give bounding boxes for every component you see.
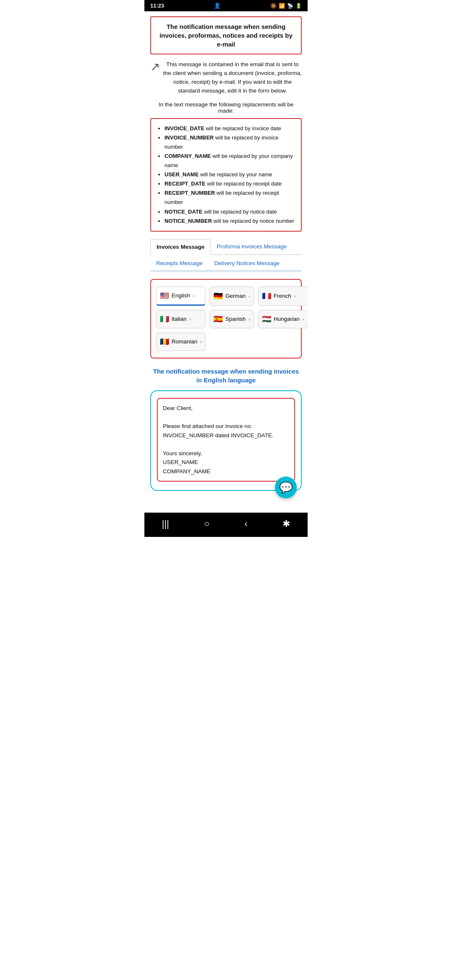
status-avatar-icon: 👤	[214, 3, 221, 9]
status-icons: 🔕 📶 📡 🔋	[270, 3, 302, 9]
lang-label-german: German	[225, 293, 246, 299]
chevron-icon-hungarian: ›	[303, 317, 304, 322]
tab-invoices-message[interactable]: Invoices Message	[150, 239, 211, 255]
language-box: 🇺🇸 English › 🇩🇪 German › 🇫🇷 French › 🇮🇹 …	[150, 279, 302, 358]
chevron-icon-italian: ›	[190, 317, 191, 322]
nav-home-icon[interactable]: ○	[204, 518, 209, 529]
arrow-icon: ↗	[150, 61, 160, 73]
lang-btn-romanian[interactable]: 🇷🇴 Romanian ›	[156, 333, 205, 351]
lang-btn-german[interactable]: 🇩🇪 German ›	[210, 286, 254, 306]
lang-label-italian: Italian	[172, 316, 187, 322]
lang-label-hungarian: Hungarian	[274, 316, 300, 322]
notification-heading: The notification message when sending in…	[150, 367, 302, 384]
tabs-row-2: Receipts Message Delivery Notices Messag…	[150, 255, 302, 271]
list-item: INVOICE_NUMBER will be replaced by invoi…	[164, 133, 295, 152]
flag-us: 🇺🇸	[160, 291, 169, 300]
flag-de: 🇩🇪	[213, 291, 223, 301]
chat-fab-button[interactable]: 💬	[275, 477, 297, 498]
bottom-navigation: ||| ○ ‹ ✱	[144, 513, 308, 537]
flag-es: 🇪🇸	[213, 315, 223, 324]
language-grid: 🇺🇸 English › 🇩🇪 German › 🇫🇷 French › 🇮🇹 …	[156, 286, 296, 351]
flag-it: 🇮🇹	[160, 315, 169, 324]
lang-label-english: English	[172, 292, 190, 299]
email-message-box[interactable]: Dear Client, Please find attached our in…	[157, 398, 295, 482]
replacements-intro: In the text message the following replac…	[150, 101, 302, 114]
flag-fr: 🇫🇷	[262, 291, 271, 301]
tab-proforma-invoices-message[interactable]: Proforma Invoices Message	[211, 239, 293, 254]
lang-label-romanian: Romanian	[172, 338, 198, 345]
chevron-icon-german: ›	[249, 294, 250, 299]
flag-hu: 🇭🇺	[262, 315, 271, 324]
nav-back-icon[interactable]: ‹	[244, 518, 247, 529]
list-item: INVOICE_DATE will be replaced by invoice…	[164, 124, 295, 133]
flag-ro: 🇷🇴	[160, 337, 169, 346]
lang-btn-spanish[interactable]: 🇪🇸 Spanish ›	[210, 310, 254, 328]
list-item: RECEIPT_NUMBER will be replaced by recei…	[164, 188, 295, 207]
list-item: COMPANY_NAME will be replaced by your co…	[164, 152, 295, 170]
lang-btn-french[interactable]: 🇫🇷 French ›	[258, 286, 308, 306]
replacements-box: INVOICE_DATE will be replaced by invoice…	[150, 118, 302, 232]
chevron-icon-spanish: ›	[249, 317, 250, 322]
description-section: ↗ This message is contained in the email…	[150, 60, 302, 95]
tabs-row-1: Invoices Message Proforma Invoices Messa…	[150, 239, 302, 255]
replacements-list: INVOICE_DATE will be replaced by invoice…	[163, 124, 295, 226]
lang-btn-italian[interactable]: 🇮🇹 Italian ›	[156, 310, 205, 328]
list-item: RECEIPT_DATE will be replaced by receipt…	[164, 179, 295, 188]
battery-icon: 🔋	[295, 3, 302, 9]
lang-btn-hungarian[interactable]: 🇭🇺 Hungarian ›	[258, 310, 308, 328]
chat-icon: 💬	[279, 481, 293, 494]
nav-menu-icon[interactable]: |||	[162, 518, 169, 529]
chevron-icon-romanian: ›	[200, 339, 202, 344]
email-outer-box: Dear Client, Please find attached our in…	[150, 390, 302, 491]
signal-icon: 📡	[287, 3, 293, 9]
main-content: The notification message when sending in…	[144, 11, 308, 500]
status-time: 11:23	[150, 3, 164, 9]
chevron-icon-french: ›	[294, 294, 296, 299]
list-item: NOTICE_DATE will be replaced by notice d…	[164, 207, 295, 217]
wifi-icon: 📶	[279, 3, 285, 9]
tab-receipts-message[interactable]: Receipts Message	[150, 258, 208, 268]
nav-accessibility-icon[interactable]: ✱	[282, 518, 290, 529]
description-text: This message is contained in the email t…	[163, 60, 302, 95]
title-text: The notification message when sending in…	[159, 23, 293, 48]
chevron-icon-english: ›	[193, 293, 195, 298]
list-item: NOTICE_NUMBER will be replaced by notice…	[164, 217, 295, 226]
list-item: USER_NAME will be replaced by your name	[164, 170, 295, 179]
lang-label-french: French	[274, 293, 291, 299]
tab-delivery-notices-message[interactable]: Delivery Notices Message	[208, 258, 285, 268]
mute-icon: 🔕	[270, 3, 277, 9]
title-box: The notification message when sending in…	[150, 16, 302, 54]
status-bar: 11:23 👤 🔕 📶 📡 🔋	[144, 0, 308, 11]
lang-label-spanish: Spanish	[225, 316, 246, 322]
lang-btn-english[interactable]: 🇺🇸 English ›	[156, 286, 205, 306]
